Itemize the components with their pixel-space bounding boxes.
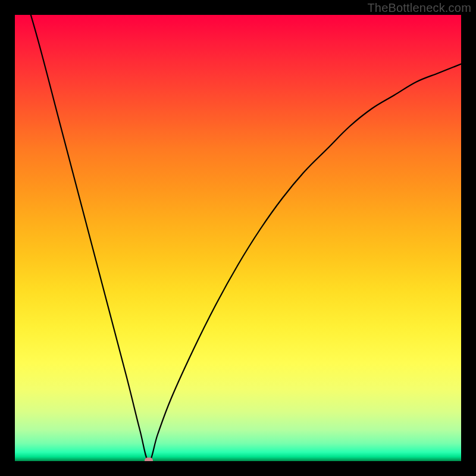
- bottleneck-curve: [15, 15, 461, 461]
- curve-line: [15, 15, 461, 461]
- minimum-marker: [145, 458, 153, 461]
- watermark-text: TheBottleneck.com: [367, 1, 471, 15]
- chart-container: TheBottleneck.com: [0, 0, 476, 476]
- plot-area: [15, 15, 461, 461]
